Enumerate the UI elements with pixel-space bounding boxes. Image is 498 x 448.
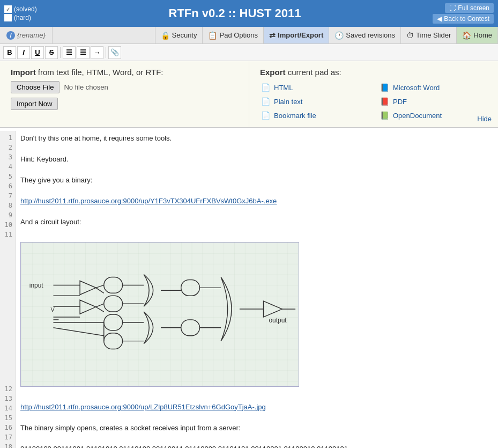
editor-line-5: They give you a binary: <box>20 175 494 186</box>
word-icon: 📘 <box>379 82 390 93</box>
indent-button[interactable]: → <box>91 46 103 59</box>
tab-saved-revisions[interactable]: 🕐 Saved revisions <box>329 27 401 43</box>
italic-button[interactable]: I <box>17 46 30 59</box>
tab-security[interactable]: 🔒 Security <box>155 27 203 43</box>
binary-link[interactable]: http://hust2011.rtfn.prosauce.org:9000/u… <box>20 197 277 205</box>
export-word[interactable]: 📘 Microsoft Word <box>379 82 487 93</box>
top-bar-actions: ⛶ Full screen ◀ Back to Contest <box>433 3 494 24</box>
svg-rect-1 <box>21 243 298 386</box>
tab-time-slider[interactable]: ⏱ Time Slider <box>400 27 457 43</box>
import-controls: Choose File No file chosen <box>11 81 238 93</box>
rename-area[interactable]: i {rename} <box>0 27 53 43</box>
export-grid: 📄 HTML 📘 Microsoft Word 📄 Plain text 📕 P… <box>260 82 487 121</box>
tab-import-export-label: Import/Export <box>278 31 323 39</box>
attachment-icon: 📎 <box>110 48 119 56</box>
rename-placeholder: {rename} <box>17 31 46 39</box>
full-screen-icon: ⛶ <box>449 4 456 12</box>
solved-text: (solved) <box>14 5 37 13</box>
export-bookmark[interactable]: 📄 Bookmark file <box>260 110 368 121</box>
indent-icon: → <box>94 48 101 56</box>
opendocument-icon: 📗 <box>379 110 390 121</box>
import-export-icon: ⇄ <box>269 31 276 40</box>
tab-security-label: Security <box>172 31 197 39</box>
editor-content[interactable]: Don't try this one at home, it requires … <box>16 131 498 448</box>
back-icon: ◀ <box>437 15 442 23</box>
nav-tabs: 🔒 Security 📋 Pad Options ⇄ Import/Export… <box>155 27 498 43</box>
hard-checkbox-icon <box>4 14 12 21</box>
export-word-label: Microsoft Word <box>393 84 440 92</box>
home-icon: 🏠 <box>462 31 471 40</box>
hard-label: (hard) <box>4 14 37 21</box>
export-html[interactable]: 📄 HTML <box>260 82 368 93</box>
import-title-bold: Import <box>11 68 36 77</box>
editor-line-15: The binary simply opens, creates a socke… <box>20 423 494 434</box>
toolbar: B I U S ☰ ☰ → 📎 <box>0 44 498 61</box>
editor-line-9: And a circuit layout: <box>20 217 494 227</box>
line-numbers: 1 2 3 4 5 6 7 8 9 10 11 12 13 14 15 16 1… <box>0 131 16 448</box>
list-icon: ☰ <box>66 48 72 56</box>
import-section: Import from text file, HTML, Word, or RT… <box>0 61 249 127</box>
export-title: Export current pad as: <box>260 68 487 77</box>
top-bar: ✓ (solved) (hard) RTFn v0.2 :: HUST 2011… <box>0 0 498 27</box>
tab-home[interactable]: 🏠 Home <box>456 27 498 43</box>
saved-revisions-icon: 🕐 <box>335 31 344 40</box>
main-area: Import from text file, HTML, Word, or RT… <box>0 61 498 448</box>
info-icon: i <box>6 31 15 40</box>
unordered-list-button[interactable]: ☰ <box>63 46 76 59</box>
plain-text-icon: 📄 <box>260 96 271 107</box>
tab-pad-options[interactable]: 📋 Pad Options <box>202 27 264 43</box>
editor-line-17: 01100100 00111001 01101010 01110100 0011… <box>20 444 494 449</box>
export-opendocument[interactable]: 📗 OpenDocument <box>379 110 487 121</box>
export-title-bold: Export <box>260 68 286 77</box>
tab-import-export[interactable]: ⇄ Import/Export <box>263 27 329 43</box>
editor-line-12 <box>20 391 494 402</box>
strikethrough-button[interactable]: S <box>45 46 58 59</box>
export-html-label: HTML <box>274 84 293 92</box>
choose-file-button[interactable]: Choose File <box>11 81 60 93</box>
full-screen-button[interactable]: ⛶ Full screen <box>445 3 494 13</box>
circuit-diagram: input V <box>20 242 299 387</box>
import-export-panel: Import from text file, HTML, Word, or RT… <box>0 61 498 128</box>
toolbar-separator-1 <box>60 47 61 58</box>
editor-line-10 <box>20 227 494 238</box>
export-plain-text[interactable]: 📄 Plain text <box>260 96 368 107</box>
export-pdf[interactable]: 📕 PDF <box>379 96 487 107</box>
circuit-link[interactable]: http://hust2011.rtfn.prosauce.org:9000/u… <box>20 403 266 411</box>
export-pdf-label: PDF <box>393 98 407 106</box>
export-section: Export current pad as: 📄 HTML 📘 Microsof… <box>249 61 498 127</box>
svg-text:input: input <box>29 282 44 289</box>
solved-label: ✓ (solved) <box>4 5 37 13</box>
editor-line-6 <box>20 186 494 196</box>
toolbar-separator-2 <box>106 47 106 58</box>
tab-home-label: Home <box>473 31 492 39</box>
editor-line-11: input V <box>20 242 494 387</box>
tab-saved-revisions-label: Saved revisions <box>346 31 395 39</box>
bold-button[interactable]: B <box>3 46 16 59</box>
editor-line-7: http://hust2011.rtfn.prosauce.org:9000/u… <box>20 196 494 207</box>
editor-line-13: http://hust2011.rtfn.prosauce.org:9000/u… <box>20 402 494 413</box>
attachment-button[interactable]: 📎 <box>108 46 121 59</box>
underline-button[interactable]: U <box>31 46 44 59</box>
app-title: RTFn v0.2 :: HUST 2011 <box>37 6 433 20</box>
status-labels: ✓ (solved) (hard) <box>4 5 37 21</box>
svg-text:V: V <box>51 306 55 313</box>
editor-line-3: Hint: Keyboard. <box>20 154 494 165</box>
hide-button[interactable]: Hide <box>477 115 492 123</box>
bookmark-icon: 📄 <box>260 110 271 121</box>
editor-line-14 <box>20 412 494 423</box>
import-title: Import from text file, HTML, Word, or RT… <box>11 68 238 77</box>
editor-line-16 <box>20 433 494 444</box>
tab-time-slider-label: Time Slider <box>416 31 451 39</box>
export-opendocument-label: OpenDocument <box>393 112 442 120</box>
solved-checkbox-icon: ✓ <box>4 5 12 13</box>
ordered-list-icon: ☰ <box>80 48 86 56</box>
export-plain-text-label: Plain text <box>274 98 302 106</box>
svg-text:output: output <box>269 317 287 324</box>
import-now-button[interactable]: Import Now <box>11 98 58 110</box>
back-to-contest-button[interactable]: ◀ Back to Contest <box>433 14 494 24</box>
hard-text: (hard) <box>14 14 31 21</box>
html-icon: 📄 <box>260 82 271 93</box>
ordered-list-button[interactable]: ☰ <box>77 46 90 59</box>
security-icon: 🔒 <box>161 31 170 40</box>
editor-line-2 <box>20 144 494 155</box>
